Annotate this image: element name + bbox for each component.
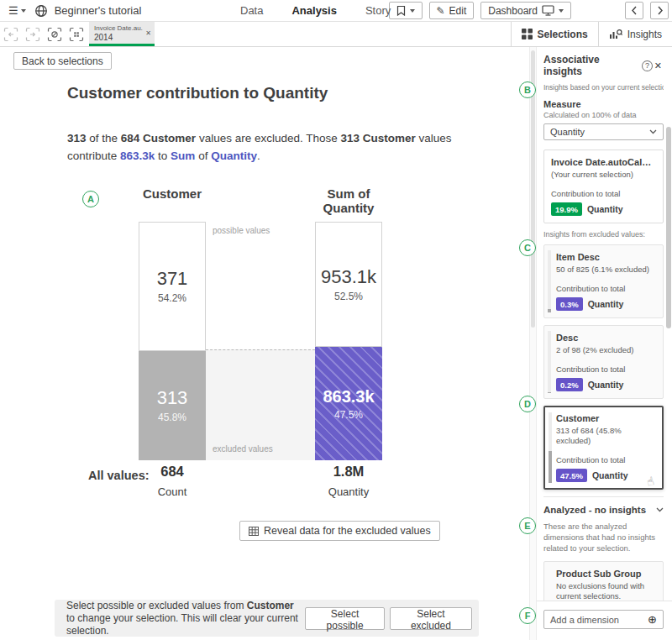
dashboard-label: Dashboard: [488, 5, 538, 17]
insight-card-customer[interactable]: Customer 313 of 684 (45.8% excluded) Con…: [543, 406, 664, 490]
annotation-b: B: [519, 81, 536, 98]
annotation-a: A: [82, 191, 99, 207]
add-dimension-button[interactable]: Add a dimension ⊕: [543, 610, 664, 629]
total-quantity-value: 1.8M: [315, 464, 382, 480]
insight-card-desc[interactable]: Desc 2 of 98 (2% excluded) Contribution …: [543, 325, 664, 399]
app-logo-globe-icon: [34, 4, 48, 18]
insights-chart-icon: [609, 29, 622, 39]
segment-percent: 45.8%: [158, 412, 186, 423]
exclusion-bar-fill: [548, 309, 551, 313]
chevron-left-icon: [632, 6, 638, 15]
select-excluded-button[interactable]: Select excluded: [390, 607, 472, 630]
contribution-chart: Customer Sum of Quantity 371 54.2% 313 4…: [139, 186, 382, 460]
card-title: Customer: [556, 413, 656, 423]
body-row: Back to selections Customer contribution…: [0, 47, 672, 640]
panel-subtitle: Insights based on your current selection…: [543, 83, 664, 92]
edit-label: Edit: [449, 5, 467, 17]
tab-story[interactable]: Story: [365, 4, 391, 17]
card-title: Invoice Date.autoCalen...: [551, 157, 656, 167]
measure-note: Calculated on 100% of data: [543, 111, 664, 119]
selections-tool-icon: [69, 27, 84, 42]
associative-insights-panel: Associative insights ? ✕ Insights based …: [537, 47, 672, 640]
select-possible-button[interactable]: Select possible: [305, 607, 385, 630]
selections-tool-button[interactable]: [66, 22, 87, 46]
dashboard-button[interactable]: Dashboard: [480, 2, 571, 19]
chart-body: 371 54.2% 313 45.8% possible values excl…: [139, 222, 382, 460]
tab-data[interactable]: Data: [240, 4, 263, 17]
contribution-label: Contribution to total: [551, 189, 656, 198]
excluded-values-band: excluded values: [206, 349, 315, 460]
tab-insights[interactable]: Insights: [598, 22, 672, 46]
analyzed-header[interactable]: Analyzed - no insights: [543, 505, 664, 515]
exclusion-bar-track: [548, 331, 551, 393]
chip-close-icon[interactable]: ✕: [145, 29, 151, 37]
possible-values-label: possible values: [213, 226, 270, 235]
header-actions: ✎ Edit Dashboard: [389, 2, 669, 19]
segment-percent: 52.5%: [334, 291, 363, 302]
quantity-possible-segment[interactable]: 953.1k 52.5%: [315, 222, 382, 347]
contribution-label: Contribution to total: [556, 455, 656, 464]
card-title: Desc: [556, 333, 656, 343]
edit-button[interactable]: ✎ Edit: [429, 2, 475, 19]
selections-back-icon: [3, 27, 18, 42]
quantity-excluded-segment[interactable]: 863.3k 47.5%: [315, 347, 382, 460]
main-scrollbar: [529, 47, 537, 640]
segment-value: 953.1k: [321, 266, 376, 288]
bookmark-button[interactable]: [389, 2, 423, 19]
main-content: Back to selections Customer contribution…: [0, 47, 529, 640]
selections-grid-icon: [522, 29, 533, 39]
view-tabs: Data Analysis Story: [240, 0, 391, 21]
tab-analysis[interactable]: Analysis: [291, 4, 336, 17]
insight-card-item-desc[interactable]: Item Desc 50 of 825 (6.1% excluded) Cont…: [543, 244, 664, 318]
panel-footer: Add a dimension ⊕: [537, 601, 672, 640]
caret-down-icon: [21, 9, 26, 13]
selections-forward-button[interactable]: [22, 22, 44, 46]
tab-selections-label: Selections: [538, 29, 588, 40]
contribution-badge: 0.3%: [556, 297, 583, 311]
clear-selections-button[interactable]: [44, 22, 66, 46]
total-count-value: 684: [139, 464, 206, 480]
exclusion-bar-fill: [548, 392, 551, 393]
total-quantity-label: Quantity: [315, 485, 382, 498]
global-menu-button[interactable]: ☰: [5, 4, 29, 17]
app-window: ☰ Beginner's tutorial Data Analysis Stor…: [0, 0, 672, 640]
next-sheet-button[interactable]: [650, 2, 669, 19]
help-icon[interactable]: ?: [642, 60, 653, 71]
selections-forward-icon: [25, 27, 40, 42]
customer-excluded-segment[interactable]: 313 45.8%: [139, 351, 206, 460]
card-subtitle: 50 of 825 (6.1% excluded): [556, 265, 656, 275]
excluded-values-label: excluded values: [213, 444, 273, 454]
card-measure: Quantity: [588, 380, 624, 390]
panel-header: Associative insights ? ✕: [543, 52, 664, 77]
customer-possible-segment[interactable]: 371 54.2%: [139, 222, 206, 351]
badge-row: 47.5% Quantity: [556, 469, 656, 482]
card-subtitle: No exclusions found with current selecti…: [556, 581, 656, 601]
card-title: Item Desc: [556, 252, 656, 262]
current-selection-card[interactable]: Invoice Date.autoCalen... (Your current …: [543, 150, 664, 223]
reveal-data-button[interactable]: Reveal data for the excluded values: [239, 521, 440, 541]
annotation-f: F: [519, 607, 536, 624]
dashboard-monitor-icon: [542, 5, 554, 16]
tab-selections[interactable]: Selections: [511, 22, 598, 46]
back-to-selections-button[interactable]: Back to selections: [13, 52, 112, 70]
close-icon[interactable]: ✕: [653, 59, 664, 73]
plus-icon: ⊕: [648, 614, 657, 625]
menu-icon: ☰: [8, 4, 18, 17]
selection-chip-value: 2014: [94, 33, 143, 42]
annotation-c: C: [519, 239, 536, 256]
chart-column-header-quantity: Sum of Quantity: [315, 186, 382, 215]
panel-scrollbar-thumb[interactable]: [666, 127, 671, 328]
selection-chip[interactable]: Invoice Date.au... 2014 ✕: [89, 22, 155, 46]
measure-select[interactable]: Quantity: [543, 123, 664, 140]
reveal-data-label: Reveal data for the excluded values: [264, 525, 431, 537]
card-subtitle: 2 of 98 (2% excluded): [556, 345, 656, 355]
selections-back-button[interactable]: [0, 22, 22, 46]
prev-sheet-button[interactable]: [625, 2, 643, 19]
analyzed-note: These are the analyzed dimensions that h…: [543, 521, 664, 553]
measure-select-value: Quantity: [550, 127, 585, 137]
customer-bar: 371 54.2% 313 45.8%: [139, 222, 206, 460]
contribution-badge: 0.2%: [556, 378, 583, 391]
segment-value: 313: [157, 387, 188, 409]
card-subtitle: 313 of 684 (45.8% excluded): [556, 426, 656, 446]
contribution-badge: 19.9%: [551, 202, 582, 216]
